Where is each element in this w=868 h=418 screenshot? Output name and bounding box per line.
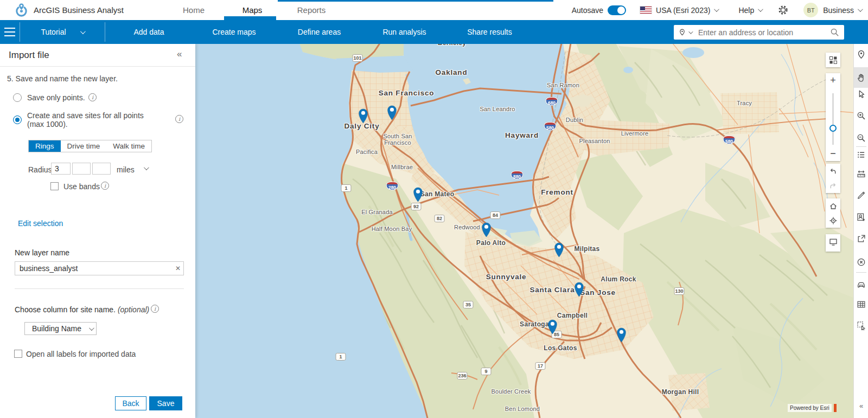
zoom-slider-handle[interactable] (829, 125, 837, 132)
basemap-button[interactable] (826, 53, 840, 67)
add-site-icon (857, 213, 866, 222)
column-dropdown-value: Building Name (32, 324, 81, 333)
tab-walk-time[interactable]: Walk time (106, 140, 151, 152)
location-pin-4[interactable] (481, 222, 492, 237)
sketch-tool-button[interactable] (854, 184, 868, 204)
radio-save-only-points-label[interactable]: Save only points. (27, 93, 85, 102)
main-nav-bar: Tutorial Add dataCreate mapsDefine areas… (0, 20, 868, 44)
address-search-box[interactable] (674, 25, 844, 40)
zoom-in-tool-button[interactable] (854, 105, 868, 126)
undo-button[interactable] (826, 164, 840, 178)
tab-reports[interactable]: Reports (287, 0, 336, 20)
tab-rings[interactable]: Rings (29, 140, 61, 152)
use-bands-label[interactable]: Use bands (63, 182, 100, 191)
autosave-toggle[interactable] (608, 5, 626, 15)
zoom-out-button[interactable]: − (826, 146, 840, 161)
use-bands-checkbox[interactable] (50, 182, 59, 190)
location-pin-3[interactable] (412, 187, 424, 202)
lasso-select-tool-button[interactable] (854, 315, 868, 336)
column-chevron-icon (89, 325, 94, 331)
nav-tutorial[interactable]: Tutorial (20, 20, 105, 44)
measure-tool-button[interactable] (854, 163, 868, 184)
zoom-in-button[interactable]: + (826, 73, 840, 88)
info-icon-column[interactable]: i (151, 305, 159, 313)
search-icon[interactable] (830, 28, 839, 37)
settings-gear-icon[interactable] (778, 5, 788, 15)
open-labels-checkbox[interactable] (14, 350, 22, 358)
edit-selection-link[interactable]: Edit selection (18, 219, 63, 228)
undo-redo-control (826, 164, 840, 193)
highway-shield-9: 9 (481, 368, 492, 375)
locate-button[interactable] (826, 213, 840, 228)
radius-input-3[interactable] (92, 163, 111, 175)
info-icon-create-sites[interactable]: i (175, 115, 183, 123)
radius-unit[interactable]: miles (117, 165, 135, 174)
usa-flag-icon (640, 7, 652, 14)
save-button[interactable]: Save (149, 396, 182, 410)
map-canvas[interactable]: BerkeleyOaklandSan FranciscoSan RamonDal… (195, 44, 868, 418)
map-pins-layer (195, 44, 868, 418)
nav-item-define-areas[interactable]: Define areas (277, 20, 362, 44)
radio-save-only-points[interactable] (13, 93, 22, 102)
highway-shield-82: 82 (435, 215, 445, 222)
highway-shield-17: 17 (535, 362, 546, 370)
app-title: ArcGIS Business Analyst (34, 5, 124, 15)
nav-item-add-data[interactable]: Add data (106, 20, 192, 44)
info-icon-save-points[interactable]: i (88, 93, 97, 101)
layer-name-input[interactable] (15, 261, 184, 275)
redo-button[interactable] (826, 178, 840, 193)
zoom-slider-track[interactable] (833, 93, 833, 145)
vehicle-icon (857, 280, 866, 289)
radio-create-sites-label[interactable]: Create and save sites for all points (ma… (27, 111, 144, 128)
nav-item-create-maps[interactable]: Create maps (192, 20, 277, 44)
user-avatar[interactable]: BT (803, 3, 818, 17)
maps-active-tab-marker (224, 16, 276, 21)
panel-title: Import file (9, 50, 49, 61)
locale-selector[interactable]: USA (Esri 2023) (656, 6, 710, 15)
menu-hamburger-icon[interactable] (4, 28, 15, 36)
tab-home[interactable]: Home (169, 0, 218, 20)
screen-control[interactable] (826, 234, 840, 252)
clear-selection-tool-button[interactable] (854, 252, 868, 272)
legend-list-tool-button[interactable] (854, 144, 868, 165)
search-input[interactable] (698, 28, 830, 37)
share-tool-button[interactable] (854, 228, 868, 249)
table-tool-button[interactable] (854, 294, 868, 314)
highway-shield-1: 1 (336, 353, 346, 361)
location-pin-8[interactable] (616, 327, 627, 343)
help-menu[interactable]: Help (738, 6, 754, 15)
map-pin-tool-button[interactable] (854, 44, 868, 65)
basemap-grid-icon (829, 56, 838, 65)
location-pin-5[interactable] (553, 242, 565, 258)
location-pin-1[interactable] (358, 108, 369, 124)
nav-item-share-results[interactable]: Share results (447, 20, 532, 44)
location-pin-6[interactable] (573, 281, 585, 297)
radio-create-sites[interactable] (13, 115, 22, 124)
attribution-marker (834, 404, 837, 412)
open-labels-label[interactable]: Open all labels for imported data (26, 350, 136, 358)
home-button[interactable] (826, 198, 840, 213)
tab-drive-time[interactable]: Drive time (61, 140, 107, 152)
search-pin-icon[interactable] (679, 28, 686, 36)
unit-chevron-icon[interactable] (144, 165, 149, 170)
radius-input-2[interactable] (72, 163, 91, 175)
search-mode-chevron-icon[interactable] (688, 29, 693, 34)
radius-input-1[interactable] (51, 163, 71, 175)
back-button[interactable]: Back (115, 396, 146, 410)
select-arrow-tool-button[interactable] (854, 83, 868, 104)
location-pin-2[interactable] (386, 105, 398, 120)
clear-input-icon[interactable]: ✕ (173, 262, 183, 275)
table-icon (857, 300, 866, 309)
account-menu[interactable]: Business (823, 6, 854, 15)
add-site-tool-button[interactable] (854, 207, 868, 227)
toolbar-collapse-icon[interactable]: « (854, 402, 868, 410)
vehicle-tool-button[interactable] (854, 274, 868, 294)
lasso-select-icon (857, 321, 866, 330)
help-chevron-icon (758, 7, 763, 12)
panel-collapse-icon[interactable]: « (177, 49, 181, 60)
column-dropdown[interactable]: Building Name (24, 322, 97, 335)
nav-item-run-analysis[interactable]: Run analysis (362, 20, 447, 44)
pan-hand-icon (857, 73, 866, 82)
info-icon-use-bands[interactable]: i (101, 182, 109, 190)
location-pin-7[interactable] (547, 319, 558, 335)
